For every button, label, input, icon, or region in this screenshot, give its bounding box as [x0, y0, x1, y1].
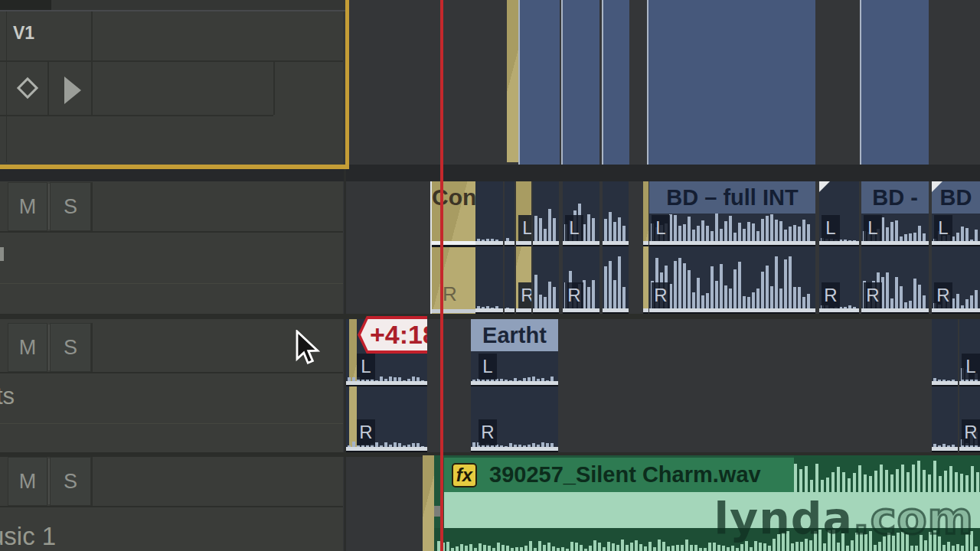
clip-title: BD — [940, 185, 972, 210]
waveform-bar — [763, 543, 766, 551]
solo-button[interactable]: S — [50, 457, 91, 506]
expand-triangle-icon[interactable] — [64, 77, 81, 104]
waveform-bar — [472, 380, 475, 381]
video-clip[interactable] — [647, 0, 815, 165]
video-clip[interactable] — [507, 0, 518, 162]
audio2-clip[interactable]: EarthtLR — [471, 319, 558, 452]
waveform-bar — [807, 294, 810, 308]
waveform-bar — [885, 470, 888, 492]
channel-label-right: R — [652, 282, 670, 308]
drag-offset-text: +4:18 — [361, 319, 427, 350]
waveform-bar — [491, 308, 494, 308]
waveform-bar — [939, 476, 942, 492]
waveform-bar — [384, 442, 387, 447]
waveform-bar — [375, 380, 378, 381]
baseline-shadow — [563, 312, 599, 314]
video-clip[interactable] — [602, 0, 629, 165]
baseline-shadow — [861, 245, 929, 246]
waveform-bar — [890, 474, 893, 492]
waveform-bar — [621, 540, 624, 551]
waveform-bar — [380, 377, 383, 381]
waveform-bar — [949, 466, 952, 492]
waveform-bar — [550, 377, 554, 381]
waveform-bar — [639, 544, 642, 551]
keyframe-diamond-icon[interactable] — [20, 80, 35, 96]
waveform-bar — [802, 220, 805, 241]
video-clip[interactable] — [561, 0, 599, 165]
waveform-bar — [733, 233, 737, 241]
waveform-bar — [738, 223, 741, 241]
waveform-bar — [853, 240, 856, 241]
audio1-clip[interactable]: BD – full INTLR — [649, 181, 815, 314]
audio1-clip[interactable] — [505, 181, 514, 314]
audio2-clip[interactable]: LR — [959, 319, 980, 452]
waveform-bar — [715, 281, 718, 308]
audio1-clip[interactable]: LR — [516, 181, 531, 314]
solo-button[interactable]: S — [50, 323, 91, 372]
audio2-clip[interactable] — [932, 319, 958, 452]
mute-button[interactable]: M — [8, 323, 47, 372]
waveform-bar — [416, 443, 420, 447]
waveform-bar — [389, 377, 392, 381]
waveform-bar — [474, 548, 477, 551]
waveform-bar — [733, 269, 737, 308]
waveform-bar — [842, 472, 845, 492]
clip-title-bar: Eartht — [471, 319, 558, 351]
waveform-bar — [970, 295, 973, 308]
waveform-bar — [961, 546, 964, 551]
video-clip[interactable] — [860, 0, 929, 165]
waveform-bar — [961, 305, 964, 308]
track-name-fragment: usic 1 — [0, 522, 56, 551]
audio1-clip[interactable] — [603, 181, 629, 314]
waveform-bar — [528, 445, 531, 447]
waveform-bar — [713, 543, 716, 551]
waveform-bar — [880, 465, 883, 492]
waveform-bar — [653, 547, 656, 551]
waveform-bar — [598, 543, 601, 551]
waveform-bar — [923, 470, 926, 492]
audio1-clip[interactable] — [643, 181, 648, 314]
audio1-clip[interactable]: ConR — [430, 181, 475, 314]
waveform-bar — [482, 380, 485, 381]
mute-button[interactable]: M — [8, 457, 47, 506]
panel-tab[interactable] — [0, 0, 51, 11]
waveform-bar — [398, 443, 401, 447]
waveform-bar — [933, 461, 936, 492]
video-track-label[interactable]: V1 — [13, 23, 34, 44]
music-clip-tan-sliver[interactable] — [423, 455, 434, 551]
audio1-clip[interactable] — [475, 181, 503, 314]
waveform-bar — [918, 285, 921, 308]
waveform-bar — [789, 227, 792, 241]
waveform-bar — [976, 472, 979, 492]
waveform-bar — [752, 223, 755, 241]
audio-track-header-3: MS — [0, 457, 343, 506]
waveform-bar — [952, 380, 955, 381]
waveform-bar — [708, 543, 711, 551]
audio1-clip[interactable]: BD -LR — [861, 181, 929, 314]
waveform-bar — [662, 542, 665, 551]
mute-button[interactable]: M — [8, 182, 47, 231]
waveform-bar — [644, 546, 647, 551]
waveform-bar — [407, 445, 410, 447]
waveform-bar — [604, 266, 607, 308]
solo-button[interactable]: S — [50, 182, 91, 231]
waveform-bar — [678, 226, 681, 241]
clip-bottom-edge — [432, 309, 475, 313]
audio1-clip[interactable]: BDLR — [932, 181, 980, 314]
fx-badge-icon[interactable]: fx — [452, 463, 477, 487]
baseline-shadow — [819, 245, 859, 246]
waveform-bar — [895, 220, 898, 241]
audio1-clip[interactable] — [533, 181, 559, 314]
audio1-clip[interactable]: LR — [819, 181, 859, 314]
header-line — [0, 423, 343, 424]
waveform-bar — [380, 445, 383, 447]
baseline-shadow — [505, 312, 514, 314]
channel-label-right: R — [443, 282, 457, 306]
playhead[interactable] — [440, 0, 443, 551]
waveform-bar — [810, 480, 813, 492]
audio1-clip[interactable]: LR — [563, 181, 599, 314]
waveform-bar — [472, 442, 475, 447]
video-clip[interactable] — [518, 0, 560, 165]
waveform-bar — [534, 548, 537, 551]
waveform-bar — [482, 240, 485, 241]
